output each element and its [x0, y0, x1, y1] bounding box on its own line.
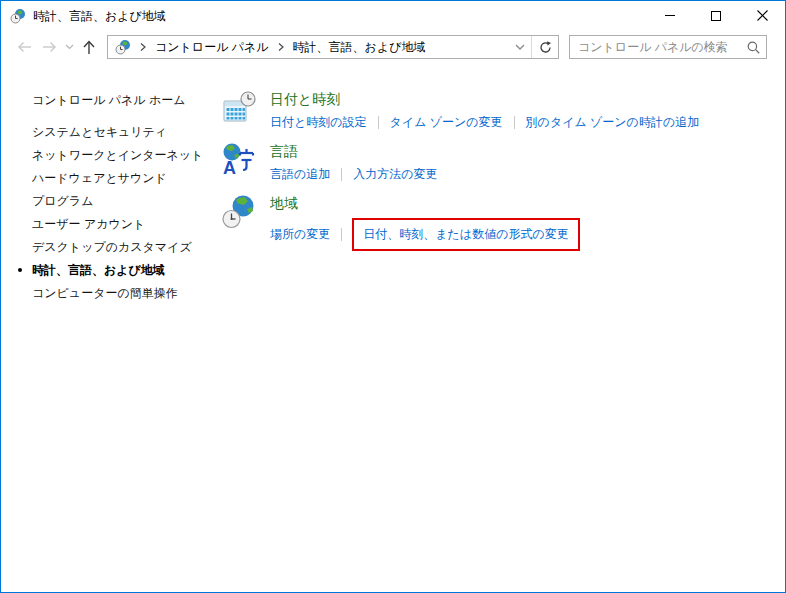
main-panel: 日付と時刻 日付と時刻の設定 タイム ゾーンの変更 別のタイム ゾーンの時計の追… — [213, 89, 785, 592]
task-separator — [341, 168, 342, 181]
address-bar[interactable]: コントロール パネル 時計、言語、および地域 — [107, 35, 559, 59]
search-box[interactable] — [569, 35, 767, 59]
back-arrow-icon — [17, 41, 33, 53]
link-add-clocks-other-time-zones[interactable]: 別のタイム ゾーンの時計の追加 — [526, 114, 700, 131]
link-set-date-time[interactable]: 日付と時刻の設定 — [270, 114, 367, 131]
chevron-down-icon — [515, 44, 525, 51]
address-dropdown-button[interactable] — [509, 36, 531, 58]
category-title-language[interactable]: 言語 — [270, 143, 298, 161]
section-language: A 言語 言語の追加 — [221, 141, 785, 183]
clock-region-app-icon — [10, 8, 26, 24]
back-button[interactable] — [13, 35, 37, 59]
sidebar-item-ease-of-access[interactable]: コンピューターの簡単操作 — [32, 282, 213, 305]
date-time-icon[interactable] — [221, 90, 257, 126]
maximize-icon — [711, 11, 721, 21]
region-icon[interactable] — [221, 194, 257, 230]
refresh-icon — [539, 41, 552, 54]
link-add-language[interactable]: 言語の追加 — [270, 166, 330, 183]
task-separator — [378, 116, 379, 129]
close-button[interactable] — [739, 1, 785, 30]
sidebar: コントロール パネル ホーム システムとセキュリティ ネットワークとインターネッ… — [1, 89, 213, 592]
link-change-input-methods[interactable]: 入力方法の変更 — [353, 166, 437, 183]
section-region: 地域 場所の変更 日付、時刻、または数値の形式の変更 — [221, 193, 785, 251]
content-area: コントロール パネル ホーム システムとセキュリティ ネットワークとインターネッ… — [1, 63, 785, 592]
task-separator — [514, 116, 515, 129]
navigation-toolbar: コントロール パネル 時計、言語、および地域 — [1, 31, 785, 63]
sidebar-item-hardware-sound[interactable]: ハードウェアとサウンド — [32, 167, 213, 190]
chevron-down-icon — [65, 44, 74, 50]
location-icon — [115, 39, 131, 55]
forward-arrow-icon — [41, 41, 57, 53]
link-change-time-zone[interactable]: タイム ゾーンの変更 — [390, 114, 503, 131]
sidebar-item-label: デスクトップのカスタマイズ — [32, 239, 192, 256]
search-icon[interactable] — [747, 41, 760, 54]
sidebar-item-label: ハードウェアとサウンド — [32, 170, 167, 187]
sidebar-item-system-security[interactable]: システムとセキュリティ — [32, 121, 213, 144]
up-arrow-icon — [82, 40, 96, 55]
sidebar-item-label: 時計、言語、および地域 — [32, 262, 165, 279]
sidebar-item-label: ユーザー アカウント — [32, 216, 145, 233]
refresh-button[interactable] — [532, 36, 558, 58]
forward-button[interactable] — [37, 35, 61, 59]
section-date-time: 日付と時刻 日付と時刻の設定 タイム ゾーンの変更 別のタイム ゾーンの時計の追… — [221, 89, 785, 131]
breadcrumb-clock-language-region[interactable]: 時計、言語、および地域 — [291, 35, 428, 60]
task-links-row: 場所の変更 日付、時刻、または数値の形式の変更 — [270, 218, 580, 251]
minimize-icon — [665, 15, 675, 16]
sidebar-item-user-accounts[interactable]: ユーザー アカウント — [32, 213, 213, 236]
breadcrumb-control-panel[interactable]: コントロール パネル — [153, 35, 271, 60]
category-title-date-time[interactable]: 日付と時刻 — [270, 91, 340, 109]
title-bar: 時計、言語、および地域 — [1, 1, 785, 31]
sidebar-item-clock-language-region[interactable]: 時計、言語、および地域 — [32, 259, 213, 282]
breadcrumb-chevron-icon[interactable] — [138, 42, 148, 52]
task-links-row: 日付と時刻の設定 タイム ゾーンの変更 別のタイム ゾーンの時計の追加 — [270, 114, 699, 131]
window-title: 時計、言語、および地域 — [33, 8, 647, 25]
task-separator — [341, 228, 342, 241]
link-change-location[interactable]: 場所の変更 — [270, 226, 330, 243]
sidebar-item-label: コントロール パネル ホーム — [32, 92, 185, 109]
sidebar-item-control-panel-home[interactable]: コントロール パネル ホーム — [32, 89, 213, 112]
link-change-date-time-number-formats[interactable]: 日付、時刻、または数値の形式の変更 — [363, 226, 568, 243]
recent-locations-dropdown[interactable] — [61, 35, 77, 59]
search-input[interactable] — [578, 40, 747, 54]
up-button[interactable] — [77, 35, 101, 59]
sidebar-item-label: システムとセキュリティ — [32, 124, 167, 141]
active-item-bullet — [18, 268, 22, 272]
sidebar-item-appearance-personalization[interactable]: デスクトップのカスタマイズ — [32, 236, 213, 259]
sidebar-item-network-internet[interactable]: ネットワークとインターネット — [32, 144, 213, 167]
breadcrumb-chevron-icon[interactable] — [276, 42, 286, 52]
sidebar-item-programs[interactable]: プログラム — [32, 190, 213, 213]
control-panel-window: 時計、言語、および地域 — [0, 0, 786, 593]
category-title-region[interactable]: 地域 — [270, 195, 298, 213]
highlight-red-box: 日付、時刻、または数値の形式の変更 — [352, 218, 579, 251]
maximize-button[interactable] — [693, 1, 739, 30]
sidebar-item-label: プログラム — [32, 193, 93, 210]
close-icon — [757, 10, 768, 21]
language-icon[interactable]: A — [221, 142, 257, 178]
sidebar-item-label: ネットワークとインターネット — [32, 147, 203, 164]
svg-text:A: A — [223, 158, 236, 178]
sidebar-item-label: コンピューターの簡単操作 — [32, 285, 178, 302]
task-links-row: 言語の追加 入力方法の変更 — [270, 166, 438, 183]
minimize-button[interactable] — [647, 1, 693, 30]
